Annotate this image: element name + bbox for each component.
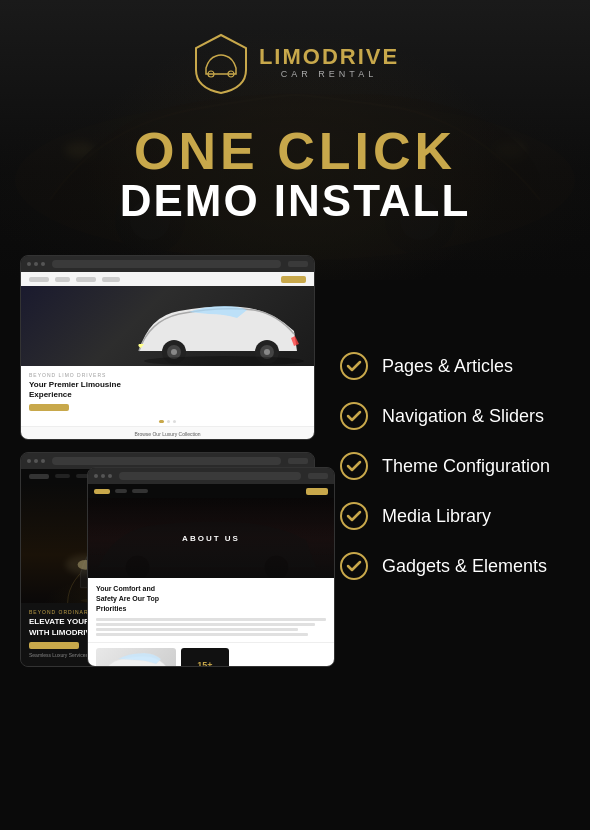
check-icon-media [340,502,368,530]
headline-demo: DEMO INSTALL [120,177,471,225]
sc3-car-photo [96,648,176,668]
mockup-bar-1 [21,256,314,272]
sc1-dot [173,420,176,423]
feature-label-media: Media Library [382,506,491,527]
mockup-dot [94,474,98,478]
svg-point-52 [341,553,367,579]
check-icon-theme [340,452,368,480]
sc1-nav-logo [29,277,49,282]
sc3-text-line [96,633,308,636]
feature-item-theme: Theme Configuration [340,452,570,480]
sc1-hero [21,286,314,366]
features-column: Pages & Articles Navigation & Sliders Th… [340,255,570,667]
main-content: BEYOND LIMO DRIVERS Your Premier Limousi… [0,255,590,667]
check-icon-pages [340,352,368,380]
sc3-text-line [96,628,298,631]
svg-point-11 [171,349,177,355]
sc1-tagline: BEYOND LIMO DRIVERS [29,372,306,378]
svg-point-49 [341,403,367,429]
mockup-dot [34,459,38,463]
logo-text: LIMODRIVE CAR RENTAL [259,46,399,79]
mockup-dot [108,474,112,478]
sc1-car-svg [129,296,309,366]
feature-label-pages: Pages & Articles [382,356,513,377]
feature-item-pages: Pages & Articles [340,352,570,380]
screenshot-mockup-3: ABOUT US Your Comfort andSafety Are Our … [87,467,335,667]
sc3-text-lines [96,618,326,636]
feature-label-navigation: Navigation & Sliders [382,406,544,427]
mockup-url-bar [52,260,281,268]
sc3-nav-cta [306,488,328,495]
mockup-dot [41,459,45,463]
mockup-url-bar [52,457,281,465]
bottom-screenshots-row: BEYOND ORDINARY ELEVATE YOUR JOURNEYWITH… [20,452,320,667]
mockup-btn [288,261,308,267]
mockup-dot [27,459,31,463]
mockup-bar-3 [88,468,334,484]
svg-point-51 [341,503,367,529]
sc1-title: Your Premier LimousineExperience [29,380,306,399]
screenshots-column: BEYOND LIMO DRIVERS Your Premier Limousi… [20,255,320,667]
sc1-cta-btn [29,404,69,411]
mockup-url-bar [119,472,301,480]
sc3-text-line [96,623,315,626]
headline-one-click: ONE CLICK [120,125,471,177]
sc1-nav-item [102,277,120,282]
sc3-text-line [96,618,326,621]
feature-item-navigation: Navigation & Sliders [340,402,570,430]
sc3-hero: ABOUT US [88,498,334,578]
svg-point-50 [341,453,367,479]
sc1-dots [21,417,314,426]
feature-item-media: Media Library [340,502,570,530]
sc3-nav-item [132,489,148,493]
sc1-nav-item [55,277,70,282]
svg-point-48 [341,353,367,379]
sc1-content: BEYOND LIMO DRIVERS Your Premier Limousi… [21,366,314,416]
sc3-stats-box: 15+ Year EXPERIENCE [181,648,229,668]
sc3-white-content: Your Comfort andSafety Are Our TopPriori… [88,578,334,641]
sc1-nav [21,272,314,286]
sc3-bottom-row: 15+ Year EXPERIENCE [88,642,334,668]
sc3-nav-item [115,489,127,493]
feature-item-gadgets: Gadgets & Elements [340,552,570,580]
svg-point-15 [144,356,304,366]
mockup-btn [288,458,308,464]
feature-label-gadgets: Gadgets & Elements [382,556,547,577]
logo-container: LIMODRIVE CAR RENTAL [191,30,399,95]
screenshot-mockup-1: BEYOND LIMO DRIVERS Your Premier Limousi… [20,255,315,440]
sc2-nav-item [55,474,70,478]
mockup-btn [308,473,328,479]
sc3-nav [88,484,334,498]
logo-brand: LIMODRIVE [259,46,399,68]
svg-point-14 [264,349,270,355]
sc3-about-title: ABOUT US [182,534,240,543]
mockup-dot [27,262,31,266]
headline-section: ONE CLICK DEMO INSTALL [120,125,471,225]
logo-tagline: CAR RENTAL [259,70,399,79]
check-icon-navigation [340,402,368,430]
mockup-dot [34,262,38,266]
logo-section: LIMODRIVE CAR RENTAL [191,0,399,95]
sc1-collection: Browse Our Luxury Collection [21,426,314,441]
sc3-stat-number: 15+ [197,661,212,668]
mockup-dot [41,262,45,266]
mockup-dot [101,474,105,478]
sc2-cta-btn [29,642,79,649]
sc1-nav-cta [281,276,306,283]
sc1-dot-active [159,420,164,423]
sc1-nav-item [76,277,96,282]
sc2-nav-logo [29,474,49,479]
feature-label-theme: Theme Configuration [382,456,550,477]
sc3-main-title: Your Comfort andSafety Are Our TopPriori… [96,584,326,613]
check-icon-gadgets [340,552,368,580]
sc1-coll-title: Browse Our Luxury Collection [29,431,306,437]
sc3-nav-logo [94,489,110,494]
logo-shield-icon [191,30,251,95]
sc1-dot [167,420,170,423]
